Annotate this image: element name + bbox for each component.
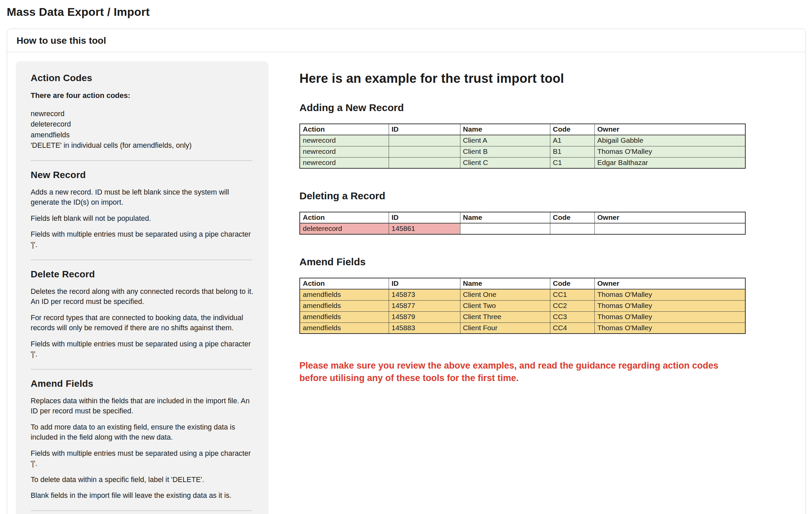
cell-code: CC1: [550, 289, 594, 300]
col-header-id: ID: [389, 212, 460, 223]
cell-name: Client One: [460, 289, 550, 300]
example-heading-amend-fields: Amend Fields: [299, 256, 747, 268]
cell-owner: Thomas O'Malley: [594, 146, 745, 157]
cell-action: deleterecord: [300, 223, 389, 234]
deleting-record-table: Action ID Name Code Owner deleterecord 1…: [299, 212, 746, 235]
col-header-action: Action: [300, 212, 389, 223]
cell-name: Client A: [460, 135, 550, 146]
section-divider: [31, 510, 252, 511]
cell-name: Client Three: [460, 311, 550, 323]
action-code-newrecord: newrecord: [31, 109, 254, 119]
table-header-row: Action ID Name Code Owner: [300, 212, 745, 223]
delete-record-paragraph: For record types that are connected to b…: [31, 313, 254, 333]
action-code-deleterecord: deleterecord: [31, 119, 254, 129]
cell-code: [550, 223, 594, 234]
cell-action: amendfields: [300, 323, 389, 334]
section-divider: [31, 260, 252, 260]
adding-new-record-table: Action ID Name Code Owner newrecord Clie…: [299, 124, 746, 169]
section-heading-amend-fields: Amend Fields: [31, 379, 254, 389]
cell-action: newrecord: [300, 146, 389, 157]
table-row: newrecord Client A A1 Abigail Gabble: [300, 135, 745, 146]
cell-name: Client Four: [460, 323, 550, 334]
amend-fields-paragraph: Blank fields in the import file will lea…: [31, 490, 254, 501]
section-divider: [31, 369, 252, 370]
action-code-delete-cells: 'DELETE' in individual cells (for amendf…: [31, 140, 254, 151]
cell-action: amendfields: [300, 311, 389, 323]
cell-action: newrecord: [300, 135, 389, 146]
cell-name: [460, 223, 550, 234]
cell-owner: Thomas O'Malley: [594, 289, 745, 300]
cell-id: 145873: [389, 289, 460, 300]
col-header-owner: Owner: [594, 124, 745, 135]
cell-code: CC2: [550, 300, 594, 311]
cell-owner: Abigail Gabble: [594, 135, 745, 146]
new-record-paragraph: Adds a new record. ID must be left blank…: [31, 187, 254, 208]
col-header-owner: Owner: [594, 278, 745, 289]
col-header-owner: Owner: [594, 212, 745, 223]
cell-code: CC3: [550, 311, 594, 323]
cell-id: 145861: [389, 223, 460, 234]
page-title: Mass Data Export / Import: [7, 5, 812, 19]
amend-fields-paragraph: To add more data to an existing field, e…: [31, 422, 254, 443]
table-header-row: Action ID Name Code Owner: [300, 124, 745, 135]
amend-fields-paragraph: To delete data within a specific field, …: [31, 475, 254, 485]
review-warning-text: Please make sure you review the above ex…: [299, 360, 737, 385]
example-adding-new-record: Adding a New Record Action ID Name Code …: [299, 102, 747, 169]
cell-owner: Edgar Balthazar: [594, 157, 745, 168]
col-header-code: Code: [550, 124, 594, 135]
cell-owner: Thomas O'Malley: [594, 311, 745, 323]
cell-code: CC4: [550, 323, 594, 334]
section-heading-new-record: New Record: [31, 170, 254, 180]
panel-header-how-to-use[interactable]: How to use this tool: [7, 29, 806, 52]
new-record-paragraph: Fields left blank will not be populated.: [31, 213, 254, 224]
table-row: amendfields 145873 Client One CC1 Thomas…: [300, 289, 745, 300]
cell-id: [389, 157, 460, 168]
col-header-id: ID: [389, 124, 460, 135]
section-heading-delete-record: Delete Record: [31, 269, 254, 280]
examples-main-heading: Here is an example for the trust import …: [299, 71, 747, 86]
cell-id: [389, 146, 460, 157]
action-code-amendfields: amendfields: [31, 130, 254, 140]
panel-body: Action Codes There are four action codes…: [7, 52, 806, 514]
col-header-code: Code: [550, 278, 594, 289]
example-heading-deleting-record: Deleting a Record: [299, 190, 747, 202]
action-codes-intro: There are four action codes:: [31, 90, 254, 101]
col-header-action: Action: [300, 278, 389, 289]
delete-record-paragraph: Fields with multiple entries must be sep…: [31, 339, 254, 360]
cell-id: 145879: [389, 311, 460, 323]
col-header-code: Code: [550, 212, 594, 223]
col-header-name: Name: [460, 124, 550, 135]
table-header-row: Action ID Name Code Owner: [300, 278, 745, 289]
amend-fields-table: Action ID Name Code Owner amendfields 14…: [299, 278, 746, 334]
section-heading-action-codes: Action Codes: [31, 73, 254, 84]
table-row: amendfields 145883 Client Four CC4 Thoma…: [300, 323, 745, 334]
cell-action: amendfields: [300, 300, 389, 311]
table-row: amendfields 145879 Client Three CC3 Thom…: [300, 311, 745, 323]
cell-action: amendfields: [300, 289, 389, 300]
table-row: amendfields 145877 Client Two CC2 Thomas…: [300, 300, 745, 311]
table-row: newrecord Client C C1 Edgar Balthazar: [300, 157, 745, 168]
cell-owner: Thomas O'Malley: [594, 300, 745, 311]
delete-record-paragraph: Deletes the record along with any connec…: [31, 286, 254, 307]
cell-code: A1: [550, 135, 594, 146]
cell-name: Client B: [460, 146, 550, 157]
table-row: deleterecord 145861: [300, 223, 745, 234]
cell-name: Client Two: [460, 300, 550, 311]
section-divider: [31, 160, 252, 161]
col-header-id: ID: [389, 278, 460, 289]
examples-content: Here is an example for the trust import …: [299, 61, 747, 394]
cell-id: [389, 135, 460, 146]
cell-action: newrecord: [300, 157, 389, 168]
cell-id: 145883: [389, 323, 460, 334]
guidance-sidebar: Action Codes There are four action codes…: [16, 61, 268, 514]
table-row: newrecord Client B B1 Thomas O'Malley: [300, 146, 745, 157]
cell-owner: Thomas O'Malley: [594, 323, 745, 334]
example-deleting-record: Deleting a Record Action ID Name Code Ow…: [299, 190, 747, 235]
example-amend-fields: Amend Fields Action ID Name Code Owner: [299, 256, 747, 334]
cell-owner: [594, 223, 745, 234]
amend-fields-paragraph: Fields with multiple entries must be sep…: [31, 448, 254, 469]
cell-name: Client C: [460, 157, 550, 168]
example-heading-adding-new-record: Adding a New Record: [299, 102, 747, 114]
new-record-paragraph: Fields with multiple entries must be sep…: [31, 229, 254, 250]
col-header-name: Name: [460, 212, 550, 223]
